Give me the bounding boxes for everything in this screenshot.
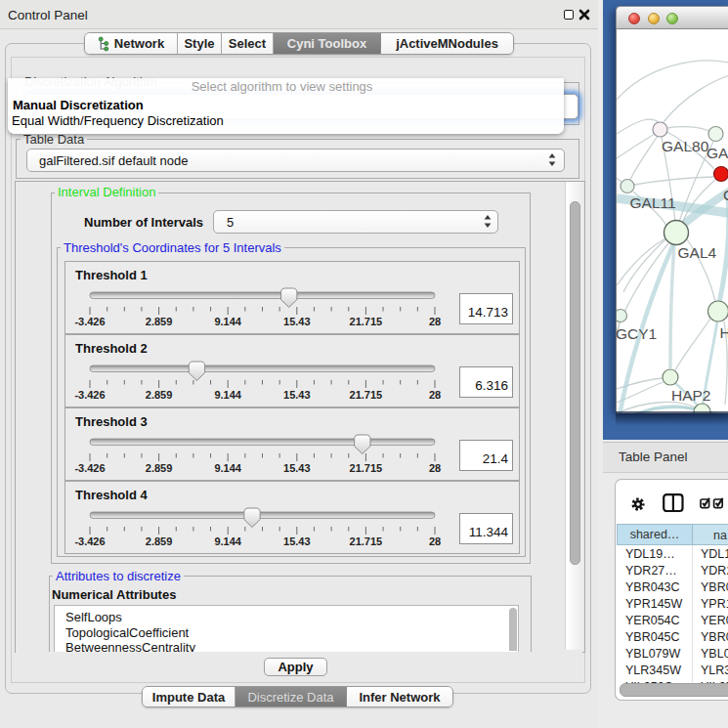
svg-text:9.144: 9.144 — [214, 462, 241, 474]
svg-text:15.43: 15.43 — [283, 389, 311, 401]
svg-text:28: 28 — [429, 535, 441, 547]
svg-text:2.859: 2.859 — [146, 316, 173, 327]
svg-text:H: H — [720, 324, 728, 341]
svg-text:28: 28 — [429, 462, 441, 474]
svg-text:C: C — [723, 187, 728, 203]
svg-text:28: 28 — [429, 316, 441, 327]
svg-text:21.715: 21.715 — [350, 389, 383, 401]
svg-text:9.144: 9.144 — [214, 389, 241, 401]
svg-text:21.715: 21.715 — [350, 316, 383, 327]
svg-text:2.859: 2.859 — [146, 462, 173, 474]
svg-text:21.715: 21.715 — [350, 462, 383, 474]
svg-text:-3.426: -3.426 — [74, 316, 105, 327]
svg-text:GAL11: GAL11 — [630, 194, 676, 211]
svg-text:-3.426: -3.426 — [74, 389, 105, 401]
svg-text:15.43: 15.43 — [283, 535, 311, 547]
svg-text:15.43: 15.43 — [283, 462, 311, 474]
svg-text:GAL4: GAL4 — [678, 244, 717, 261]
svg-text:2.859: 2.859 — [146, 389, 173, 401]
svg-text:GCY1: GCY1 — [617, 325, 657, 342]
svg-text:2.859: 2.859 — [146, 535, 173, 547]
svg-text:HAP2: HAP2 — [671, 387, 711, 404]
svg-text:21.715: 21.715 — [350, 535, 383, 547]
svg-text:GAL: GAL — [707, 145, 728, 161]
svg-text:GAL80: GAL80 — [662, 138, 709, 154]
svg-text:9.144: 9.144 — [214, 316, 241, 327]
svg-text:28: 28 — [429, 389, 441, 401]
svg-text:-3.426: -3.426 — [74, 462, 105, 474]
svg-text:9.144: 9.144 — [214, 535, 241, 547]
svg-text:15.43: 15.43 — [283, 316, 311, 327]
svg-text:-3.426: -3.426 — [74, 535, 105, 547]
